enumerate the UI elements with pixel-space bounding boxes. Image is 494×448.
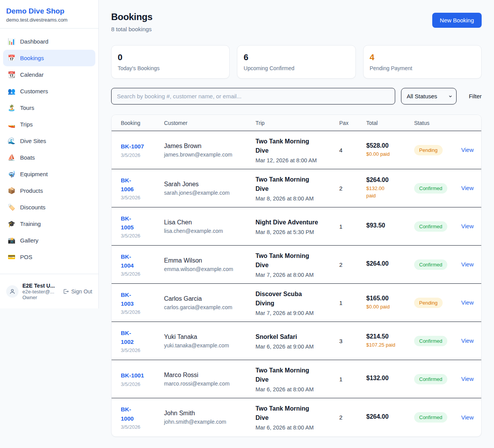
trip-datetime: Mar 8, 2026 at 8:00 AM <box>255 195 335 202</box>
pax-count: 1 <box>339 300 366 306</box>
booking-id-link[interactable]: BK- 1004 <box>121 252 159 270</box>
customer-name: Carlos Garcia <box>164 295 251 302</box>
customer-email: carlos.garcia@example.com <box>164 304 251 310</box>
sidebar-item-label: POS <box>20 254 32 260</box>
sidebar-item-equipment[interactable]: 🤿Equipment <box>3 166 95 182</box>
booking-id-link[interactable]: BK-1007 <box>121 142 159 151</box>
booking-date: 3/5/2026 <box>121 347 159 353</box>
booking-id-link[interactable]: BK- 1000 <box>121 405 159 423</box>
sidebar-item-training[interactable]: 🎓Training <box>3 216 95 232</box>
booking-id-link[interactable]: BK- 1005 <box>121 214 159 232</box>
trip-name: Snorkel Safari <box>255 332 335 342</box>
customer-name: Emma Wilson <box>164 257 251 264</box>
stat-card-todays-bookings: 0 Today's Bookings <box>111 45 230 79</box>
trip-name: Night Dive Adventure <box>255 218 335 227</box>
sidebar-item-products[interactable]: 📦Products <box>3 182 95 199</box>
sidebar-item-dive-sites[interactable]: 🌊Dive Sites <box>3 133 95 149</box>
pax-count: 2 <box>339 185 366 192</box>
trip-datetime: Mar 7, 2026 at 9:00 AM <box>255 310 335 316</box>
brand-name: Demo Dive Shop <box>6 7 92 15</box>
total-amount: $528.00 <box>366 142 409 149</box>
pax-count: 1 <box>339 376 366 382</box>
trip-name: Two Tank Morning Dive <box>255 137 335 155</box>
status-badge: Confirmed <box>414 221 447 232</box>
stat-value: 0 <box>118 52 223 62</box>
booking-id-link[interactable]: BK- 1002 <box>121 328 159 347</box>
sidebar-item-boats[interactable]: ⛵Boats <box>3 149 95 166</box>
table-row: BK- 10033/5/2026 Carlos Garciacarlos.gar… <box>112 284 481 322</box>
status-badge: Confirmed <box>414 183 447 194</box>
sidebar: Demo Dive Shop demo.test.divestreams.com… <box>0 0 99 308</box>
table-row: BK- 10053/5/2026 Lisa Chenlisa.chen@exam… <box>112 207 481 246</box>
customer-name: Yuki Tanaka <box>164 333 251 340</box>
bookings-calendar-icon: 📅 <box>8 54 15 62</box>
view-link[interactable]: View <box>461 261 474 268</box>
booking-date: 3/5/2026 <box>121 271 159 277</box>
sidebar-item-discounts[interactable]: 🏷️Discounts <box>3 199 95 216</box>
paid-amount: $0.00 paid <box>366 151 409 158</box>
sidebar-item-calendar[interactable]: 📆Calendar <box>3 66 95 83</box>
booking-id-link[interactable]: BK- 1006 <box>121 176 159 194</box>
status-badge: Pending <box>414 145 443 155</box>
total-amount: $165.00 <box>366 295 409 302</box>
sidebar-item-pos[interactable]: 💳POS <box>3 249 95 265</box>
trip-datetime: Mar 6, 2026 at 8:00 AM <box>255 424 335 431</box>
paid-amount: $107.25 paid <box>366 342 409 349</box>
page-header: Bookings 8 total bookings New Booking <box>111 12 482 32</box>
sidebar-item-label: Equipment <box>20 171 48 177</box>
search-input[interactable] <box>111 88 395 104</box>
booking-id-link[interactable]: BK- 1003 <box>121 290 159 308</box>
view-link[interactable]: View <box>461 223 474 229</box>
sidebar-item-tours[interactable]: 🏝️Tours <box>3 99 95 116</box>
trip-datetime: Mar 7, 2026 at 8:00 AM <box>255 272 335 278</box>
sidebar-item-label: Tours <box>20 104 34 111</box>
stat-card-pending-payment: 4 Pending Payment <box>363 45 482 79</box>
status-filter-select[interactable]: All Statuses <box>401 88 457 104</box>
column-header-booking: Booking <box>121 120 164 126</box>
trip-name: Discover Scuba Diving <box>255 290 335 308</box>
sign-out-button[interactable]: Sign Out <box>63 288 92 295</box>
table-row: BK-10073/5/2026 James Brownjames.brown@e… <box>112 131 481 169</box>
stat-label: Pending Payment <box>370 65 475 71</box>
filter-button[interactable]: Filter <box>469 93 482 99</box>
view-link[interactable]: View <box>461 337 474 344</box>
credit-card-icon: 💳 <box>8 253 15 261</box>
customer-email: james.brown@example.com <box>164 152 251 158</box>
sidebar-item-label: Gallery <box>20 237 39 244</box>
new-booking-button[interactable]: New Booking <box>432 13 482 28</box>
view-link[interactable]: View <box>461 414 474 421</box>
table-row: BK- 10023/5/2026 Yuki Tanakayuki.tanaka@… <box>112 322 481 360</box>
paid-amount: $0.00 paid <box>366 303 409 311</box>
view-link[interactable]: View <box>461 185 474 191</box>
page-title: Bookings <box>111 12 152 22</box>
view-link[interactable]: View <box>461 147 474 153</box>
trip-name: Two Tank Morning Dive <box>255 251 335 270</box>
status-badge: Pending <box>414 298 443 308</box>
view-link[interactable]: View <box>461 299 474 306</box>
status-badge: Confirmed <box>414 336 447 346</box>
customer-name: Sarah Jones <box>164 181 251 188</box>
customer-email: lisa.chen@example.com <box>164 228 251 234</box>
camera-icon: 📸 <box>8 237 15 244</box>
sidebar-item-label: Training <box>20 221 41 227</box>
page-subtitle: 8 total bookings <box>111 26 152 32</box>
pax-count: 4 <box>339 147 366 153</box>
booking-id-link[interactable]: BK-1001 <box>121 371 159 380</box>
sign-out-label: Sign Out <box>71 288 92 295</box>
sidebar-item-bookings[interactable]: 📅Bookings <box>3 50 95 66</box>
view-link[interactable]: View <box>461 376 474 382</box>
customer-email: sarah.jones@example.com <box>164 190 251 196</box>
stat-label: Today's Bookings <box>118 65 223 71</box>
trip-datetime: Mar 8, 2026 at 5:30 PM <box>255 229 335 235</box>
sidebar-item-customers[interactable]: 👥Customers <box>3 83 95 99</box>
avatar <box>6 285 19 298</box>
column-header-trip: Trip <box>255 120 339 126</box>
stats-row: 0 Today's Bookings 6 Upcoming Confirmed … <box>111 45 482 79</box>
island-icon: 🏝️ <box>8 104 15 111</box>
sidebar-item-dashboard[interactable]: 📊Dashboard <box>3 33 95 50</box>
sidebar-item-gallery[interactable]: 📸Gallery <box>3 232 95 249</box>
customer-email: yuki.tanaka@example.com <box>164 342 251 349</box>
sidebar-item-trips[interactable]: 🚤Trips <box>3 116 95 133</box>
booking-date: 3/5/2026 <box>121 381 159 387</box>
bookings-page: Demo Dive Shop demo.test.divestreams.com… <box>0 0 494 448</box>
